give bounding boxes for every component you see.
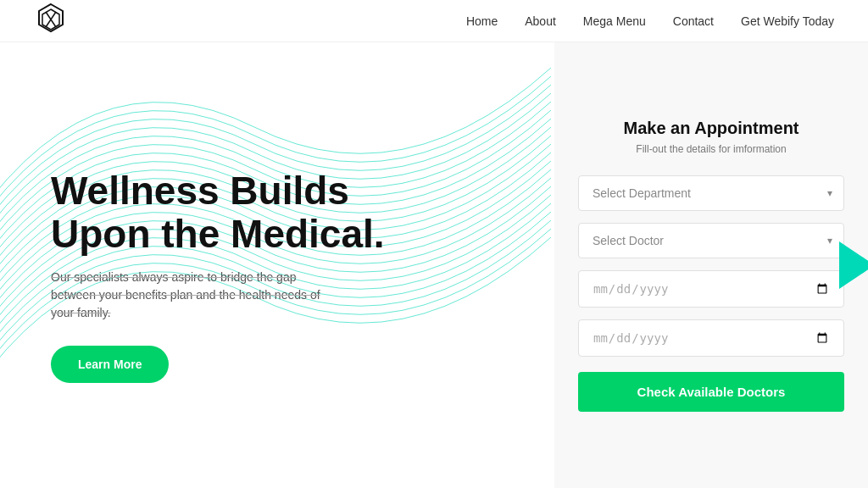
triangle-decoration (839, 241, 868, 289)
logo-icon (34, 3, 68, 36)
hero-title: Wellness Builds Upon the Medical. (51, 169, 520, 255)
nav-home[interactable]: Home (466, 14, 498, 28)
doctor-field: Select Doctor ▾ (578, 223, 844, 258)
hero-content: Wellness Builds Upon the Medical. Our sp… (51, 169, 520, 383)
appointment-title: Make an Appointment (623, 119, 798, 138)
date1-field (578, 270, 844, 308)
nav-about[interactable]: About (525, 14, 556, 28)
date1-input[interactable] (578, 270, 844, 308)
learn-more-button[interactable]: Learn More (51, 346, 169, 383)
logo[interactable] (34, 3, 68, 40)
department-select[interactable]: Select Department (578, 175, 844, 211)
navbar: Home About Mega Menu Contact Get Webify … (0, 0, 868, 42)
nav-mega-menu[interactable]: Mega Menu (583, 14, 646, 28)
hero-subtitle: Our specialists always aspire to bridge … (51, 269, 339, 322)
department-field: Select Department ▾ (578, 175, 844, 211)
nav-links: Home About Mega Menu Contact Get Webify … (466, 14, 834, 29)
main-content: .wave-path { fill: none; stroke: #00d9b8… (0, 42, 868, 488)
hero-section: .wave-path { fill: none; stroke: #00d9b8… (0, 42, 554, 488)
nav-get-webify[interactable]: Get Webify Today (741, 14, 834, 28)
appointment-subtitle: Fill-out the details for imformation (636, 143, 786, 155)
doctor-select[interactable]: Select Doctor (578, 223, 844, 258)
check-doctors-button[interactable]: Check Available Doctors (578, 372, 844, 412)
date2-field (578, 319, 844, 357)
date2-input[interactable] (578, 319, 844, 357)
appointment-panel: Make an Appointment Fill-out the details… (554, 42, 868, 488)
nav-contact[interactable]: Contact (673, 14, 714, 28)
